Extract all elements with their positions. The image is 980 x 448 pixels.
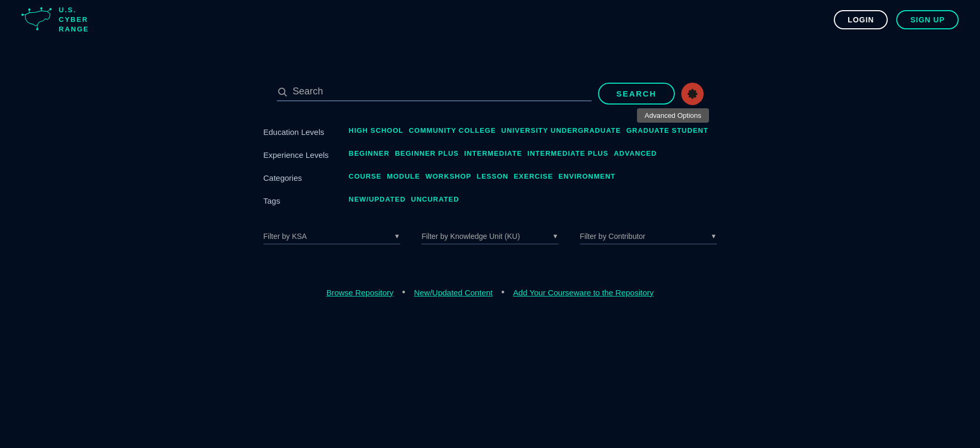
add-courseware-link[interactable]: Add Your Courseware to the Repository bbox=[513, 288, 654, 297]
tag-beginner-plus[interactable]: BEGINNER PLUS bbox=[395, 149, 459, 157]
bullet-1: • bbox=[402, 287, 405, 298]
ksa-dropdown[interactable]: Filter by KSA bbox=[264, 229, 401, 244]
gear-icon bbox=[687, 88, 698, 100]
categories-label: Categories bbox=[264, 172, 349, 182]
education-levels-row: Education Levels HIGH SCHOOL COMMUNITY C… bbox=[264, 126, 717, 137]
svg-point-4 bbox=[41, 7, 42, 9]
browse-repository-link[interactable]: Browse Repository bbox=[326, 288, 394, 297]
knowledge-unit-dropdown[interactable]: Filter by Knowledge Unit (KU) bbox=[421, 229, 559, 244]
logo-area: U.S. CYBER RANGE bbox=[21, 5, 89, 35]
education-levels-tags: HIGH SCHOOL COMMUNITY COLLEGE UNIVERSITY… bbox=[349, 126, 708, 134]
contributor-dropdown-wrapper: Filter by Contributor ▼ bbox=[580, 229, 717, 244]
signup-button[interactable]: SIGN UP bbox=[896, 10, 959, 29]
experience-levels-label: Experience Levels bbox=[264, 149, 349, 159]
contributor-dropdown[interactable]: Filter by Contributor bbox=[580, 229, 717, 244]
svg-point-11 bbox=[278, 88, 285, 94]
experience-levels-row: Experience Levels BEGINNER BEGINNER PLUS… bbox=[264, 149, 717, 159]
bottom-links: Browse Repository • New/Updated Content … bbox=[326, 287, 654, 298]
search-button[interactable]: SEARCH bbox=[598, 83, 674, 105]
logo-icon bbox=[21, 6, 53, 33]
tag-uncurated[interactable]: UNCURATED bbox=[411, 195, 459, 203]
svg-point-6 bbox=[50, 9, 51, 10]
search-input-wrapper bbox=[277, 86, 592, 101]
filters-section: Education Levels HIGH SCHOOL COMMUNITY C… bbox=[264, 126, 717, 218]
search-input[interactable] bbox=[293, 86, 592, 97]
login-button[interactable]: LOGIN bbox=[834, 10, 888, 29]
categories-tags: COURSE MODULE WORKSHOP LESSON EXERCISE E… bbox=[349, 172, 616, 180]
new-updated-link[interactable]: New/Updated Content bbox=[414, 288, 493, 297]
dropdown-row: Filter by KSA ▼ Filter by Knowledge Unit… bbox=[264, 229, 717, 244]
advanced-options-tooltip: Advanced Options bbox=[637, 108, 708, 123]
tag-intermediate-plus[interactable]: INTERMEDIATE PLUS bbox=[528, 149, 609, 157]
tags-row: Tags NEW/UPDATED UNCURATED bbox=[264, 195, 717, 205]
tag-workshop[interactable]: WORKSHOP bbox=[425, 172, 471, 180]
experience-levels-tags: BEGINNER BEGINNER PLUS INTERMEDIATE INTE… bbox=[349, 149, 657, 157]
logo-text: U.S. CYBER RANGE bbox=[59, 5, 89, 35]
tag-community-college[interactable]: COMMUNITY COLLEGE bbox=[409, 126, 496, 134]
tags-label: Tags bbox=[264, 195, 349, 205]
header: U.S. CYBER RANGE LOGIN SIGN UP bbox=[0, 0, 980, 40]
tag-graduate-student[interactable]: GRADUATE STUDENT bbox=[626, 126, 708, 134]
header-buttons: LOGIN SIGN UP bbox=[834, 10, 959, 29]
tags-tags: NEW/UPDATED UNCURATED bbox=[349, 195, 459, 203]
tag-lesson[interactable]: LESSON bbox=[476, 172, 508, 180]
main-content: SEARCH Advanced Options Education Levels… bbox=[0, 40, 980, 298]
svg-point-2 bbox=[29, 9, 30, 11]
tag-environment[interactable]: ENVIRONMENT bbox=[559, 172, 616, 180]
advanced-options-button[interactable] bbox=[681, 83, 704, 105]
svg-line-12 bbox=[284, 93, 286, 96]
svg-point-10 bbox=[22, 14, 23, 15]
search-area: SEARCH Advanced Options bbox=[277, 83, 704, 105]
tag-advanced[interactable]: ADVANCED bbox=[614, 149, 657, 157]
tag-course[interactable]: COURSE bbox=[349, 172, 382, 180]
education-levels-label: Education Levels bbox=[264, 126, 349, 137]
tag-exercise[interactable]: EXERCISE bbox=[514, 172, 553, 180]
tag-module[interactable]: MODULE bbox=[387, 172, 420, 180]
bullet-2: • bbox=[501, 287, 504, 298]
tag-intermediate[interactable]: INTERMEDIATE bbox=[464, 149, 522, 157]
search-icon bbox=[277, 86, 288, 97]
tag-university-undergraduate[interactable]: UNIVERSITY UNDERGRADUATE bbox=[501, 126, 621, 134]
tag-new-updated[interactable]: NEW/UPDATED bbox=[349, 195, 406, 203]
svg-point-8 bbox=[37, 28, 38, 30]
categories-row: Categories COURSE MODULE WORKSHOP LESSON… bbox=[264, 172, 717, 182]
knowledge-unit-dropdown-wrapper: Filter by Knowledge Unit (KU) ▼ bbox=[421, 229, 559, 244]
tag-beginner[interactable]: BEGINNER bbox=[349, 149, 390, 157]
advanced-options-wrapper: Advanced Options bbox=[681, 83, 704, 105]
ksa-dropdown-wrapper: Filter by KSA ▼ bbox=[264, 229, 401, 244]
tag-high-school[interactable]: HIGH SCHOOL bbox=[349, 126, 404, 134]
